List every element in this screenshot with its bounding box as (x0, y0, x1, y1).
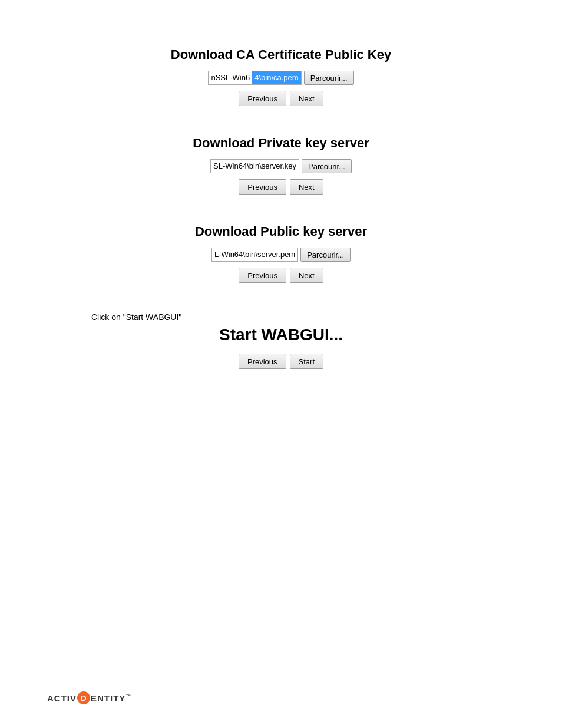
ca-cert-nav-buttons: Previous Next (239, 91, 323, 106)
ca-cert-next-button[interactable]: Next (290, 91, 323, 106)
private-key-prev-button[interactable]: Previous (239, 179, 286, 195)
logo-d: D (81, 694, 86, 703)
ca-cert-file-input[interactable]: nSSL-Win6 4\bin\ca.pem (208, 71, 301, 85)
public-key-file-row: L-Win64\bin\server.pem Parcourir... (211, 248, 351, 262)
public-key-next-button[interactable]: Next (290, 268, 323, 283)
ca-cert-prefix: nSSL-Win6 (209, 71, 252, 84)
public-key-value: L-Win64\bin\server.pem (212, 248, 297, 261)
ca-cert-browse-button[interactable]: Parcourir... (304, 71, 354, 85)
public-key-browse-button[interactable]: Parcourir... (300, 248, 351, 262)
ca-cert-prev-button[interactable]: Previous (239, 91, 286, 106)
start-wabgui-start-button[interactable]: Start (290, 354, 323, 369)
public-key-prev-button[interactable]: Previous (239, 268, 286, 283)
start-wabgui-title: Start WABGUI... (219, 325, 343, 344)
logo-entity: ENTITY™ (91, 693, 131, 703)
logo-activ: ACTIV (47, 693, 77, 703)
start-wabgui-nav-buttons: Previous Start (239, 354, 323, 369)
ca-cert-title: Download CA Certificate Public Key (171, 47, 391, 62)
start-instruction: Click on "Start WABGUI" (91, 312, 181, 322)
private-key-file-row: SL-Win64\bin\server.key Parcourir... (210, 159, 352, 173)
private-key-browse-button[interactable]: Parcourir... (302, 159, 352, 173)
ca-cert-highlight: 4\bin\ca.pem (252, 71, 300, 84)
private-key-title: Download Private key server (193, 136, 369, 151)
start-wabgui-prev-button[interactable]: Previous (239, 354, 286, 369)
logo: ACTIV D ENTITY™ (47, 691, 131, 704)
ca-cert-file-row: nSSL-Win6 4\bin\ca.pem Parcourir... (208, 71, 353, 85)
logo-circle: D (77, 691, 90, 704)
public-key-title: Download Public key server (195, 224, 367, 239)
private-key-file-input[interactable]: SL-Win64\bin\server.key (210, 159, 299, 173)
public-key-file-input[interactable]: L-Win64\bin\server.pem (211, 248, 298, 262)
private-key-value: SL-Win64\bin\server.key (211, 160, 299, 173)
private-key-next-button[interactable]: Next (290, 179, 323, 195)
public-key-nav-buttons: Previous Next (239, 268, 323, 283)
private-key-nav-buttons: Previous Next (239, 179, 323, 195)
